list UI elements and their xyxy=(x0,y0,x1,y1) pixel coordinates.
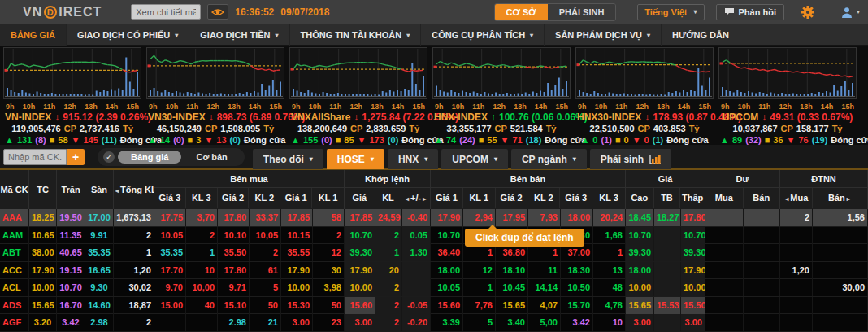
cell-gia-tb[interactable] xyxy=(654,262,681,279)
cell-kho-p-le-nh-gia[interactable]: 17.90 xyxy=(345,262,375,279)
board-mode-banggia[interactable]: Bảng giá xyxy=(118,151,181,164)
cell-be-n-ba-n-kl-2[interactable]: 1 xyxy=(528,244,561,261)
cell-du-mua[interactable] xyxy=(705,209,744,226)
cell-be-n-mua-kl-3[interactable]: 2 xyxy=(186,227,218,244)
cell-tc[interactable]: 18.25 xyxy=(29,209,57,226)
cell-gia-tb[interactable] xyxy=(654,279,681,296)
cell-tc[interactable]: 17.90 xyxy=(29,262,57,279)
table-row-acl[interactable]: ACL10.0010.709.3030,029.7010,009.71510.0… xyxy=(0,279,868,297)
cell-kho-p-le-nh-gia[interactable]: 17.85 xyxy=(345,209,375,226)
cell-be-n-mua-gia-2[interactable]: 9.71 xyxy=(218,279,250,296)
scroll-left-icon[interactable]: ◂ xyxy=(406,195,409,203)
cell-be-n-ba-n-gia-1[interactable]: 10.70 xyxy=(431,227,463,244)
cell-tnn-mua[interactable]: 1,20 xyxy=(780,262,813,279)
cell-gia-cao[interactable]: 3.00 xyxy=(626,314,654,331)
language-select[interactable]: Tiếng Việt ▾ xyxy=(637,4,704,20)
cell-be-n-ba-n-kl-2[interactable]: 14,14 xyxy=(528,279,561,296)
cell-be-n-mua-gia-3[interactable]: 17.70 xyxy=(154,262,186,279)
ticker-cell[interactable]: AAM xyxy=(0,227,29,244)
cell-be-n-ba-n-gia-3[interactable]: 18.30 xyxy=(561,262,593,279)
cell-gia-cao[interactable]: 18.45 xyxy=(626,209,654,226)
cell-be-n-ba-n-kl-2[interactable]: 4,07 xyxy=(528,297,561,314)
cell-be-n-ba-n-kl-1[interactable]: 5 xyxy=(463,314,496,331)
cell-tnn-mua[interactable] xyxy=(780,297,813,314)
cell-tra-n[interactable]: 3.42 xyxy=(57,314,85,331)
cell-be-n-mua-gia-1[interactable]: 17.90 xyxy=(281,262,313,279)
cell-to-ng-kl[interactable]: 1 xyxy=(114,244,154,261)
cell-to-ng-kl[interactable]: 1,20 xyxy=(114,262,154,279)
cell-kho-p-le-nh-kl[interactable]: 2 xyxy=(375,279,402,296)
cell-be-n-mua-kl-2[interactable]: 10,05 xyxy=(250,227,281,244)
cell-kho-p-le-nh-kl[interactable]: 2 xyxy=(375,227,402,244)
cell-tnn-ba-n[interactable] xyxy=(813,262,868,279)
cell-be-n-ba-n-gia-1[interactable]: 17.90 xyxy=(431,209,463,226)
ticker-cell[interactable]: ACL xyxy=(0,279,29,296)
cell-be-n-ba-n-kl-1[interactable]: 1 xyxy=(463,244,496,261)
cell-tnn-ba-n[interactable] xyxy=(813,244,868,261)
cell-be-n-ba-n-gia-2[interactable]: 36.80 xyxy=(496,244,528,261)
cell-be-n-mua-gia-3[interactable]: 17.75 xyxy=(154,209,186,226)
cell-tnn-ba-n[interactable]: 30,00 xyxy=(813,279,868,296)
cell-kho-p-le-nh-kl[interactable]: 24,59 xyxy=(375,209,402,226)
cell-be-n-mua-gia-1[interactable]: 10.15 xyxy=(281,227,313,244)
ticker-cell[interactable]: AGF xyxy=(0,314,29,331)
scroll-right-icon[interactable]: ▸ xyxy=(847,195,850,203)
cell-sa-n[interactable]: 9.91 xyxy=(85,227,114,244)
cell-be-n-mua-kl-3[interactable]: 10 xyxy=(186,262,218,279)
cell-tra-n[interactable]: 16.70 xyxy=(57,297,85,314)
cell-tra-n[interactable]: 19.15 xyxy=(57,262,85,279)
cell-be-n-ba-n-kl-3[interactable]: 13 xyxy=(593,262,626,279)
feedback-button[interactable]: Phản hồi xyxy=(716,4,784,20)
cell-be-n-ba-n-kl-1[interactable]: 2,94 xyxy=(463,209,496,226)
cell-kho-p-le-nh-kl[interactable]: 20 xyxy=(375,262,402,279)
cell-be-n-ba-n-gia-3[interactable]: 18.00 xyxy=(561,209,593,226)
cell-du-ba-n[interactable] xyxy=(744,209,780,226)
scroll-left-icon[interactable]: ◂ xyxy=(785,195,788,203)
tab-hnx[interactable]: HNX▾ xyxy=(388,149,438,169)
cell-to-ng-kl[interactable]: 2 xyxy=(114,227,154,244)
cell-be-n-mua-kl-3[interactable]: 10,00 xyxy=(186,279,218,296)
market-coso-button[interactable]: CƠ SỞ xyxy=(495,4,548,20)
cell-du-mua[interactable] xyxy=(705,314,744,331)
tab-hose[interactable]: HOSE▾ xyxy=(327,149,384,169)
cell-be-n-mua-gia-2[interactable]: 17.80 xyxy=(218,262,250,279)
cell-be-n-ba-n-kl-3[interactable]: 1,68 xyxy=(593,227,626,244)
cell-kho-p-le-nh-kl[interactable]: 2 xyxy=(375,314,402,331)
cell-gia-cao[interactable]: 18.00 xyxy=(626,262,654,279)
cell-be-n-mua-kl-2[interactable]: 5 xyxy=(250,279,281,296)
cell-kho-p-le-nh-[interactable]: 0.05 xyxy=(402,227,431,244)
cell-be-n-mua-kl-3[interactable]: 40 xyxy=(186,297,218,314)
tab-pha-i-sinh[interactable]: Phái sinh xyxy=(590,149,671,169)
cell-to-ng-kl[interactable]: 1,673,13 xyxy=(114,209,154,226)
cell-gia-tb[interactable] xyxy=(654,244,681,261)
scroll-left-icon[interactable]: ◂ xyxy=(115,187,119,194)
cell-gia-tha-p[interactable]: 15.50 xyxy=(681,297,705,314)
cell-kho-p-le-nh-[interactable]: -0.05 xyxy=(402,297,431,314)
cell-tnn-mua[interactable] xyxy=(780,244,813,261)
cell-be-n-mua-kl-2[interactable]: 50 xyxy=(250,297,281,314)
settings-gear-icon[interactable] xyxy=(801,5,815,20)
cell-be-n-ba-n-gia-3[interactable]: 15.70 xyxy=(561,297,593,314)
menu-item-sa-n-pha-m-di-ch-vu[interactable]: SẢN PHẨM DỊCH VỤ▾ xyxy=(545,24,662,46)
add-symbol-button[interactable]: + xyxy=(67,149,85,165)
cell-kho-p-le-nh-gia[interactable]: 10.00 xyxy=(345,279,375,296)
cell-be-n-ba-n-kl-3[interactable]: 4,78 xyxy=(593,297,626,314)
chart-panel-hnx30-index[interactable]: 9h10h11h12h13h14h15hHNX30-INDEX↓178.93 (… xyxy=(573,47,716,145)
cell-gia-cao[interactable]: 39.30 xyxy=(626,244,654,261)
chart-panel-upcom[interactable]: 9h10h11h12h13h14h15hUPCOM↓49.31 (0.33 0.… xyxy=(716,47,859,145)
cell-kho-p-le-nh-[interactable] xyxy=(402,279,431,296)
cell-tc[interactable]: 10.00 xyxy=(29,279,57,296)
cell-be-n-ba-n-gia-3[interactable]: 3.42 xyxy=(561,314,593,331)
cell-be-n-ba-n-gia-2[interactable]: 18.10 xyxy=(496,262,528,279)
cell-tnn-ba-n[interactable] xyxy=(813,297,868,314)
table-row-aam[interactable]: AAM10.6511.359.91210.05210.1010,0510.152… xyxy=(0,227,868,245)
cell-to-ng-kl[interactable]: 2 xyxy=(114,314,154,331)
menu-item-ba-ng-gia[interactable]: BẢNG GIÁ xyxy=(0,24,67,46)
cell-tra-n[interactable]: 40.65 xyxy=(57,244,85,261)
cell-be-n-ba-n-gia-2[interactable]: 10.45 xyxy=(496,279,528,296)
cell-be-n-ba-n-gia-1[interactable]: 15.60 xyxy=(431,297,463,314)
cell-du-mua[interactable] xyxy=(705,227,744,244)
table-row-ads[interactable]: ADS15.6516.7014.6018,8715.004015.105015.… xyxy=(0,297,868,315)
cell-be-n-ba-n-kl-3[interactable]: 1 xyxy=(593,244,626,261)
scroll-right-icon[interactable]: ▸ xyxy=(423,195,426,203)
